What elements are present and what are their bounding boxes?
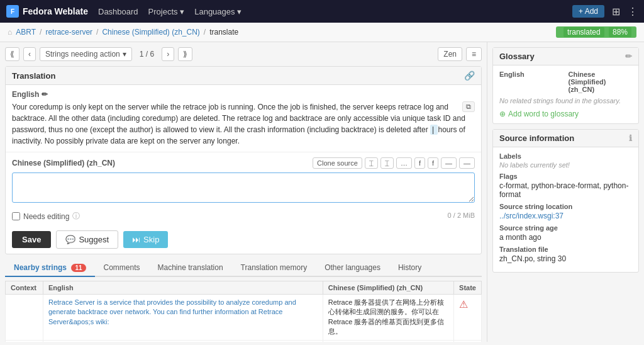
source-info-header: Source information ℹ (493, 130, 638, 147)
edit-source-icon[interactable]: ✏ (42, 90, 48, 99)
col-state: State (454, 281, 482, 295)
row-state: ✓ (454, 340, 482, 342)
apps-icon[interactable]: ⊞ (612, 6, 620, 18)
format-btn-dots[interactable]: … (396, 157, 412, 169)
tab-comments[interactable]: Comments (95, 259, 149, 277)
glossary-title: Glossary (499, 52, 535, 61)
source-info-title: Source information (499, 133, 574, 143)
tab-other-languages[interactable]: Other languages (316, 259, 389, 277)
age-row: Source string age a month ago (499, 224, 632, 242)
toolbar-row: ⟪ ‹ Strings needing action ▾ 1 / 6 › ⟫ Z… (5, 47, 482, 61)
target-textarea[interactable] (12, 172, 475, 203)
strings-dropdown[interactable]: Strings needing action ▾ (40, 47, 132, 61)
col-chinese: Chinese (Simplified) (zh_CN) (323, 281, 453, 295)
labels-row: Labels No labels currently set! (499, 152, 632, 169)
translation-box: Translation 🔗 English ✏ ⧉ Your coredump … (5, 66, 482, 254)
add-glossary-button[interactable]: ⊕ Add word to glossary (499, 110, 632, 118)
navbar-right: + Add ⊞ ⋮ (572, 5, 638, 18)
plus-icon: ⊕ (499, 110, 506, 118)
glossary-no-results: No related strings found in the glossary… (499, 97, 632, 105)
glossary-cols: English Chinese (Simplified) (zh_CN) (499, 71, 632, 93)
source-info-body: Labels No labels currently set! Flags c-… (493, 147, 638, 272)
needs-editing-label: Needs editing (23, 212, 69, 221)
breadcrumb-translate: translate (209, 28, 238, 37)
tab-machine-translation[interactable]: Machine translation (149, 259, 232, 277)
nav-dashboard[interactable]: Dashboard (98, 7, 138, 16)
col-english: English (43, 281, 323, 295)
target-toolbar: Clone source ⌶ ⌶ … f f — — (313, 157, 475, 169)
tabs-bar: Nearby strings 11 Comments Machine trans… (5, 259, 482, 277)
needs-editing-info: ⓘ (72, 211, 80, 222)
strings-dropdown-icon: ▾ (123, 50, 126, 59)
source-highlight: | (430, 125, 438, 135)
suggest-button[interactable]: 💬 Suggest (56, 230, 118, 249)
tab-history[interactable]: History (389, 259, 430, 277)
action-buttons: Save 💬 Suggest ⏭ Skip (6, 227, 481, 254)
main-layout: ⟪ ‹ Strings needing action ▾ 1 / 6 › ⟫ Z… (0, 42, 644, 342)
row-chinese: Retrace 服务器提供了在网络上分析核心转储和生成回溯的服务。你可以在 Re… (323, 295, 453, 341)
navbar: F Fedora Weblate Dashboard Projects ▾ La… (0, 0, 644, 23)
tab-nearby-strings[interactable]: Nearby strings 11 (5, 259, 95, 277)
table-row: Only the secure HTTPS connection is now … (6, 340, 482, 342)
glossary-header: Glossary ✏ (493, 48, 638, 65)
nearby-strings-table: Context English Chinese (Simplified) (zh… (5, 281, 482, 342)
format-btn-f2[interactable]: f (428, 157, 438, 169)
zen-button[interactable]: Zen (438, 47, 462, 61)
target-label: Chinese (Simplified) (zh_CN) Clone sourc… (12, 157, 475, 169)
needs-editing: Needs editing ⓘ (12, 211, 80, 222)
row-state: ⚠ (454, 295, 482, 341)
row-context (6, 295, 43, 341)
skip-button[interactable]: ⏭ Skip (123, 231, 168, 248)
flags-row: Flags c-format, python-brace-format, pyt… (499, 172, 632, 199)
needs-editing-checkbox[interactable] (12, 212, 20, 220)
nav-projects[interactable]: Projects ▾ (148, 7, 185, 16)
row-english: Retrace Server is a service that provide… (43, 295, 323, 341)
translation-title: Translation (12, 71, 55, 81)
copy-source-button[interactable]: ⧉ (462, 101, 475, 112)
table-row: Retrace Server is a service that provide… (6, 295, 482, 341)
target-section: Chinese (Simplified) (zh_CN) Clone sourc… (6, 152, 481, 227)
center-panel: ⟪ ‹ Strings needing action ▾ 1 / 6 › ⟫ Z… (0, 42, 487, 342)
source-info-icon[interactable]: ℹ (629, 133, 632, 143)
breadcrumb: ⌂ ABRT / retrace-server / Chinese (Simpl… (0, 23, 644, 42)
translation-header: Translation 🔗 (6, 67, 481, 85)
row-english: Only the secure HTTPS connection is now … (43, 340, 323, 342)
skip-icon: ⏭ (132, 235, 140, 244)
source-info-panel: Source information ℹ Labels No labels cu… (492, 129, 639, 273)
breadcrumb-retrace[interactable]: retrace-server (45, 28, 92, 37)
glossary-col-chinese: Chinese (Simplified) (zh_CN) (569, 71, 633, 93)
format-btn-dash1[interactable]: — (441, 157, 457, 169)
location-row: Source string location ../src/index.wsgi… (499, 203, 632, 220)
prev-page-button[interactable]: ‹ (23, 47, 36, 61)
menu-icon[interactable]: ⋮ (628, 6, 638, 18)
glossary-col-english: English (499, 71, 564, 93)
clone-source-button[interactable]: Clone source (313, 157, 362, 169)
format-btn-f1[interactable]: f (414, 157, 425, 169)
save-button[interactable]: Save (12, 231, 51, 248)
last-page-button[interactable]: ⟫ (178, 47, 192, 61)
translated-badge: translated 88% (556, 26, 636, 38)
glossary-edit-icon[interactable]: ✏ (625, 52, 632, 61)
breadcrumb-abrt[interactable]: ABRT (16, 28, 36, 37)
row-context (6, 340, 43, 342)
first-page-button[interactable]: ⟪ (5, 47, 19, 61)
char-count: 0 / 2 MiB (448, 212, 475, 219)
strings-dropdown-label: Strings needing action (45, 50, 120, 59)
format-btn-dash2[interactable]: — (459, 157, 475, 169)
format-btn-2[interactable]: ⌶ (380, 157, 394, 169)
page-info: 1 / 6 (136, 50, 158, 59)
cols-button[interactable]: ≡ (466, 47, 482, 61)
tab-translation-memory[interactable]: Translation memory (232, 259, 316, 277)
breadcrumb-home-icon: ⌂ (8, 28, 12, 37)
glossary-panel: Glossary ✏ English Chinese (Simplified) … (492, 47, 639, 124)
nav-languages[interactable]: Languages ▾ (194, 7, 242, 16)
location-link[interactable]: ../src/index.wsgi:37 (499, 212, 564, 220)
breadcrumb-lang[interactable]: Chinese (Simplified) (zh_CN) (102, 28, 199, 37)
glossary-body: English Chinese (Simplified) (zh_CN) No … (493, 65, 638, 123)
next-page-button[interactable]: › (162, 47, 174, 61)
logo-icon: F (6, 5, 19, 18)
format-btn-1[interactable]: ⌶ (365, 157, 378, 169)
suggest-icon: 💬 (65, 235, 75, 244)
add-button[interactable]: + Add (572, 5, 604, 18)
link-icon[interactable]: 🔗 (464, 71, 475, 81)
